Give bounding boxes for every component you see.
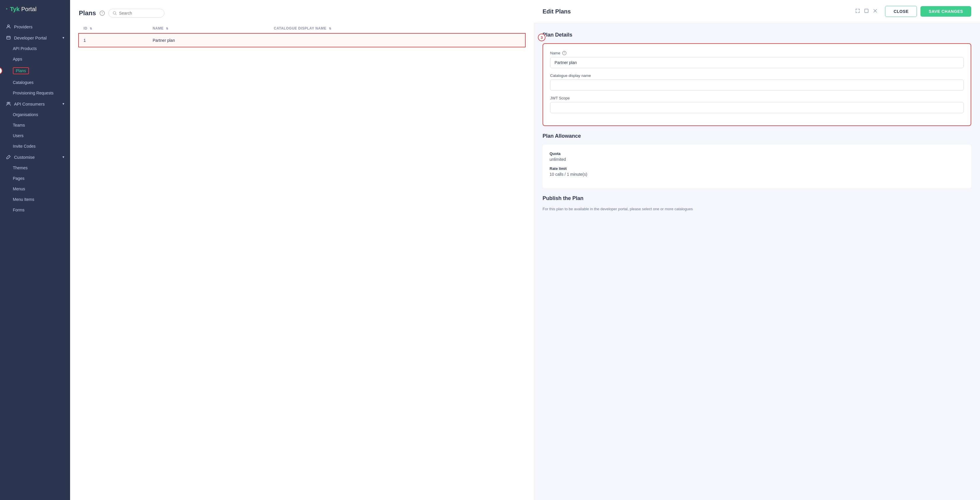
main-content: Plans ? ID ⇅ bbox=[70, 0, 980, 500]
sidebar-item-forms[interactable]: Forms bbox=[0, 204, 70, 215]
themes-label: Themes bbox=[13, 166, 28, 170]
quota-value: unlimited bbox=[550, 157, 964, 162]
api-consumers-chevron: ▾ bbox=[62, 102, 64, 106]
sidebar-providers-label: Providers bbox=[14, 24, 32, 29]
rate-limit-label: Rate limit bbox=[550, 166, 964, 171]
catalogue-display-name-input[interactable] bbox=[550, 80, 964, 91]
developer-portal-chevron: ▾ bbox=[62, 36, 64, 40]
name-field-group: Name ? bbox=[550, 51, 964, 68]
content-wrapper: Plans ? ID ⇅ bbox=[70, 0, 980, 500]
search-icon bbox=[113, 11, 117, 15]
quota-label: Quota bbox=[550, 152, 964, 156]
publish-plan-section: Publish the Plan For this plan to be ava… bbox=[542, 195, 971, 211]
col-catalogue[interactable]: CATALOGUE DISPLAY NAME ⇅ bbox=[269, 23, 525, 34]
close-icon-btn[interactable] bbox=[873, 8, 878, 14]
logo-icon: · bbox=[6, 5, 8, 13]
quota-row: Quota unlimited bbox=[550, 152, 964, 162]
sidebar-item-users[interactable]: Users bbox=[0, 130, 70, 141]
close-button[interactable]: CLOSE bbox=[885, 6, 917, 17]
edit-panel-header: Edit Plans CLOSE bbox=[534, 0, 980, 23]
developer-portal-label: Developer Portal bbox=[14, 35, 47, 40]
sidebar-item-api-products[interactable]: API Products bbox=[0, 43, 70, 54]
resize-icon-btn[interactable] bbox=[864, 8, 869, 14]
logo-brand: Tyk Portal bbox=[10, 6, 37, 13]
expand-icon-btn[interactable] bbox=[855, 8, 860, 14]
svg-point-4 bbox=[113, 12, 116, 14]
plans-panel: Plans ? ID ⇅ bbox=[70, 0, 534, 500]
sidebar: · Tyk Portal Providers Developer Portal … bbox=[0, 0, 70, 500]
customise-label: Customise bbox=[14, 155, 35, 160]
search-box[interactable] bbox=[108, 9, 164, 18]
cell-catalogue-display bbox=[269, 34, 525, 47]
edit-panel-icons bbox=[855, 8, 878, 14]
rate-limit-value: 10 calls / 1 minute(s) bbox=[550, 172, 964, 177]
logo: · Tyk Portal bbox=[0, 0, 70, 18]
menus-label: Menus bbox=[13, 187, 25, 191]
plans-info-icon[interactable]: ? bbox=[100, 11, 105, 16]
jwt-scope-input[interactable] bbox=[550, 102, 964, 113]
name-input[interactable] bbox=[550, 57, 964, 68]
plans-table: ID ⇅ NAME ⇅ CATALOGUE DISPLAY NAME ⇅ bbox=[79, 23, 525, 47]
sidebar-item-menus[interactable]: Menus bbox=[0, 184, 70, 194]
pages-label: Pages bbox=[13, 176, 24, 181]
svg-rect-5 bbox=[865, 9, 868, 13]
customise-chevron: ▾ bbox=[62, 155, 64, 159]
plans-header: Plans ? bbox=[79, 9, 525, 18]
organisations-label: Organisations bbox=[13, 112, 38, 117]
cell-id: 1 bbox=[79, 34, 148, 47]
sidebar-item-plans[interactable]: Plans 1 bbox=[0, 64, 70, 77]
step1-badge: 1 bbox=[0, 67, 2, 74]
name-info-icon[interactable]: ? bbox=[562, 51, 566, 55]
edit-panel-body: 3 Plan Details Name ? Catalogue display … bbox=[534, 23, 980, 500]
search-input[interactable] bbox=[119, 11, 160, 16]
sidebar-item-organisations[interactable]: Organisations bbox=[0, 109, 70, 120]
menu-items-label: Menu Items bbox=[13, 197, 34, 202]
rate-limit-row: Rate limit 10 calls / 1 minute(s) bbox=[550, 166, 964, 177]
sidebar-item-themes[interactable]: Themes bbox=[0, 163, 70, 173]
plan-details-card: Name ? Catalogue display name JWT Scope bbox=[542, 43, 971, 126]
developer-portal-icon bbox=[6, 35, 11, 40]
catalogue-display-name-group: Catalogue display name bbox=[550, 73, 964, 91]
svg-point-3 bbox=[8, 102, 10, 104]
customise-icon bbox=[6, 154, 11, 160]
sidebar-item-teams[interactable]: Teams bbox=[0, 120, 70, 130]
sidebar-item-providers[interactable]: Providers bbox=[0, 21, 70, 32]
sidebar-item-catalogues[interactable]: Catalogues bbox=[0, 77, 70, 88]
plans-label: Plans bbox=[13, 67, 29, 74]
sidebar-group-api-consumers[interactable]: API Consumers ▾ bbox=[0, 98, 70, 109]
sort-id-icon: ⇅ bbox=[90, 27, 92, 30]
save-changes-button[interactable]: SAVE CHANGES bbox=[920, 6, 971, 17]
step3-badge: 3 bbox=[538, 34, 546, 41]
table-row[interactable]: 1 Partner plan bbox=[79, 34, 525, 47]
plan-allowance-title: Plan Allowance bbox=[542, 133, 971, 139]
sidebar-item-pages[interactable]: Pages bbox=[0, 173, 70, 184]
sidebar-item-menu-items[interactable]: Menu Items bbox=[0, 194, 70, 204]
plan-details-title: Plan Details bbox=[542, 32, 971, 38]
apps-label: Apps bbox=[13, 57, 22, 61]
edit-panel-actions: CLOSE SAVE CHANGES bbox=[885, 6, 971, 17]
plans-title: Plans bbox=[79, 10, 96, 17]
sidebar-group-developer-portal[interactable]: Developer Portal ▾ bbox=[0, 32, 70, 43]
sidebar-item-invite-codes[interactable]: Invite Codes bbox=[0, 141, 70, 152]
teams-label: Teams bbox=[13, 123, 25, 128]
users-label: Users bbox=[13, 133, 24, 138]
invite-codes-label: Invite Codes bbox=[13, 144, 36, 149]
publish-plan-title: Publish the Plan bbox=[542, 195, 971, 201]
sidebar-item-apps[interactable]: Apps bbox=[0, 54, 70, 64]
plan-allowance-card: Quota unlimited Rate limit 10 calls / 1 … bbox=[542, 144, 971, 188]
cell-name: Partner plan bbox=[148, 34, 269, 47]
svg-rect-1 bbox=[7, 36, 10, 39]
sidebar-group-customise[interactable]: Customise ▾ bbox=[0, 152, 70, 163]
sort-catalogue-icon: ⇅ bbox=[329, 27, 331, 30]
col-name[interactable]: NAME ⇅ bbox=[148, 23, 269, 34]
api-products-label: API Products bbox=[13, 46, 37, 51]
col-id[interactable]: ID ⇅ bbox=[79, 23, 148, 34]
name-label: Name ? bbox=[550, 51, 964, 55]
catalogue-display-name-label: Catalogue display name bbox=[550, 73, 964, 78]
svg-point-0 bbox=[8, 25, 10, 27]
jwt-scope-label: JWT Scope bbox=[550, 96, 964, 100]
provisioning-label: Provisioning Requests bbox=[13, 91, 53, 95]
publish-plan-desc: For this plan to be available in the dev… bbox=[542, 207, 971, 211]
catalogues-label: Catalogues bbox=[13, 80, 33, 85]
sidebar-item-provisioning[interactable]: Provisioning Requests bbox=[0, 88, 70, 98]
